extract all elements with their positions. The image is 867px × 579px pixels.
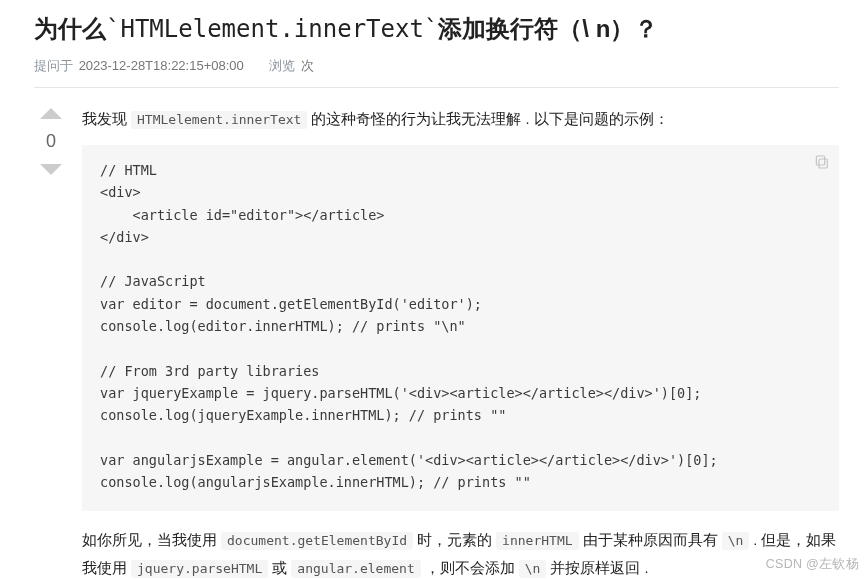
vote-column: 0 [34, 106, 68, 579]
inline-code: HTMLelement.innerText [131, 111, 307, 129]
title-code: `HTMLelement.innerText` [106, 15, 438, 43]
paragraph-2: 如你所见，当我使用 document.getElementById 时，元素的 … [82, 527, 839, 579]
code-block: // HTML <div> <article id="editor"></art… [82, 145, 839, 511]
divider [34, 87, 839, 88]
views-label: 浏览 [269, 58, 295, 73]
question-body: 0 我发现 HTMLelement.innerText 的这种奇怪的行为让我无法… [34, 106, 839, 579]
asked-value: 2023-12-28T18:22:15+08:00 [79, 58, 244, 73]
code-content[interactable]: // HTML <div> <article id="editor"></art… [100, 159, 821, 493]
inline-code: innerHTML [496, 532, 578, 550]
question-meta: 提问于 2023-12-28T18:22:15+08:00 浏览 次 [34, 57, 839, 75]
inline-code: \n [519, 560, 547, 578]
downvote-button[interactable] [40, 164, 62, 175]
title-pre: 为什么 [34, 15, 106, 42]
inline-code: jquery.parseHTML [131, 560, 268, 578]
upvote-button[interactable] [40, 108, 62, 119]
inline-code: document.getElementById [221, 532, 413, 550]
question-title: 为什么`HTMLelement.innerText`添加换行符（\ n）？ [34, 12, 839, 47]
paragraph-1: 我发现 HTMLelement.innerText 的这种奇怪的行为让我无法理解… [82, 106, 839, 134]
inline-code: \n [722, 532, 750, 550]
asked-label: 提问于 [34, 58, 73, 73]
vote-score: 0 [46, 131, 56, 152]
title-post: 添加换行符（\ n）？ [438, 15, 658, 42]
views-suffix: 次 [301, 58, 314, 73]
inline-code: angular.element [291, 560, 420, 578]
svg-rect-1 [816, 156, 824, 165]
svg-rect-0 [819, 159, 827, 168]
watermark: CSDN @左钦杨 [766, 556, 859, 573]
copy-icon[interactable] [813, 153, 831, 171]
content-column: 我发现 HTMLelement.innerText 的这种奇怪的行为让我无法理解… [82, 106, 839, 579]
